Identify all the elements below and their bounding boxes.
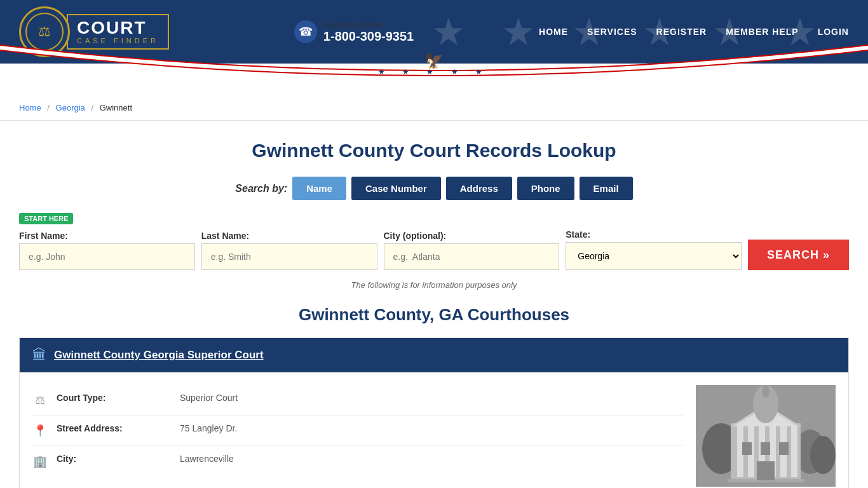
courthouse-image: [696, 385, 836, 487]
breadcrumb: Home / Georgia / Gwinnett: [0, 95, 868, 121]
info-row-address: 📍 Street Address: 75 Langley Dr.: [32, 416, 683, 446]
city-label: City (optional):: [384, 231, 560, 241]
tab-address[interactable]: Address: [446, 177, 512, 200]
breadcrumb-georgia[interactable]: Georgia: [56, 103, 85, 112]
courthouse-info: ⚖ Court Type: Superior Court 📍 Street Ad…: [32, 385, 683, 487]
court-type-label: Court Type:: [57, 393, 171, 403]
svg-rect-17: [742, 442, 752, 455]
breadcrumb-home[interactable]: Home: [19, 103, 41, 112]
svg-rect-10: [791, 426, 797, 477]
courthouses-title: Gwinnett County, GA Courthouses: [19, 305, 849, 325]
nav-login[interactable]: LOGIN: [818, 27, 849, 37]
last-name-label: Last Name:: [201, 231, 377, 241]
logo-court-text: COURT: [77, 19, 159, 37]
state-select[interactable]: Georgia Alabama Florida Tennessee: [566, 242, 742, 270]
logo-finder-text: CASE FINDER: [77, 37, 159, 44]
breadcrumb-current: Gwinnett: [100, 103, 132, 112]
svg-rect-18: [761, 442, 770, 455]
phone-icon: ☎: [294, 20, 317, 43]
breadcrumb-sep-1: /: [47, 103, 50, 112]
svg-rect-16: [724, 482, 807, 485]
svg-point-3: [810, 436, 836, 474]
ribbon: 🦅 ★ ★ ★ ★ ★: [0, 64, 868, 95]
cs-label: Customer Service: [323, 20, 414, 29]
info-row-city: 🏢 City: Lawrenceville: [32, 446, 683, 476]
state-group: State: Georgia Alabama Florida Tennessee: [566, 229, 742, 270]
courthouse-header: 🏛 Gwinnett County Georgia Superior Court: [20, 338, 848, 372]
tab-phone[interactable]: Phone: [517, 177, 574, 200]
main-content: Gwinnett County Court Records Lookup Sea…: [0, 121, 868, 488]
tab-case-number[interactable]: Case Number: [351, 177, 441, 200]
nav-services[interactable]: SERVICES: [587, 27, 637, 37]
svg-point-14: [762, 385, 770, 398]
tab-name[interactable]: Name: [292, 177, 346, 200]
info-row-court-type: ⚖ Court Type: Superior Court: [32, 385, 683, 416]
svg-rect-20: [757, 461, 775, 480]
ribbon-eagle: 🦅 ★ ★ ★ ★ ★: [378, 52, 490, 76]
city-icon: 🏢: [32, 454, 48, 468]
city-label-info: City:: [57, 454, 171, 464]
first-name-label: First Name:: [19, 231, 195, 241]
search-button[interactable]: SEARCH »: [748, 240, 849, 270]
first-name-group: First Name:: [19, 231, 195, 270]
city-input[interactable]: [384, 243, 560, 270]
customer-service: ☎ Customer Service 1-800-309-9351: [294, 20, 414, 44]
courthouse-image-svg: [696, 385, 836, 487]
city-group: City (optional):: [384, 231, 560, 270]
start-here-badge: START HERE: [19, 213, 73, 224]
search-by-label: Search by:: [235, 183, 287, 194]
cs-phone: 1-800-309-9351: [323, 29, 414, 44]
first-name-input[interactable]: [19, 243, 195, 270]
street-address-value: 75 Langley Dr.: [180, 423, 237, 433]
city-value: Lawrenceville: [180, 454, 234, 464]
search-form: First Name: Last Name: City (optional): …: [19, 229, 849, 270]
state-label: State:: [566, 229, 742, 240]
eagle-stars: ★ ★ ★ ★ ★: [378, 67, 490, 76]
main-nav: HOME SERVICES REGISTER MEMBER HELP LOGIN: [539, 27, 849, 37]
nav-member-help[interactable]: MEMBER HELP: [726, 27, 798, 37]
court-type-value: Superior Court: [180, 393, 238, 403]
courthouse-card: 🏛 Gwinnett County Georgia Superior Court…: [19, 337, 849, 488]
svg-rect-19: [779, 442, 789, 455]
courthouse-building-icon: 🏛: [32, 347, 46, 363]
courthouse-body: ⚖ Court Type: Superior Court 📍 Street Ad…: [20, 372, 848, 488]
location-pin-icon: 📍: [32, 424, 48, 438]
last-name-input[interactable]: [201, 243, 377, 270]
nav-home[interactable]: HOME: [539, 27, 568, 37]
info-text: The following is for information purpose…: [19, 280, 849, 290]
search-form-container: START HERE First Name: Last Name: City (…: [19, 213, 849, 270]
search-by-row: Search by: Name Case Number Address Phon…: [19, 177, 849, 200]
breadcrumb-sep-2: /: [91, 103, 93, 112]
tab-email[interactable]: Email: [580, 177, 633, 200]
courthouse-name[interactable]: Gwinnett County Georgia Superior Court: [54, 349, 264, 362]
street-address-label: Street Address:: [57, 423, 171, 433]
page-title: Gwinnett County Court Records Lookup: [19, 140, 849, 161]
last-name-group: Last Name:: [201, 231, 377, 270]
nav-register[interactable]: REGISTER: [656, 27, 707, 37]
gavel-icon: ⚖: [32, 393, 48, 407]
